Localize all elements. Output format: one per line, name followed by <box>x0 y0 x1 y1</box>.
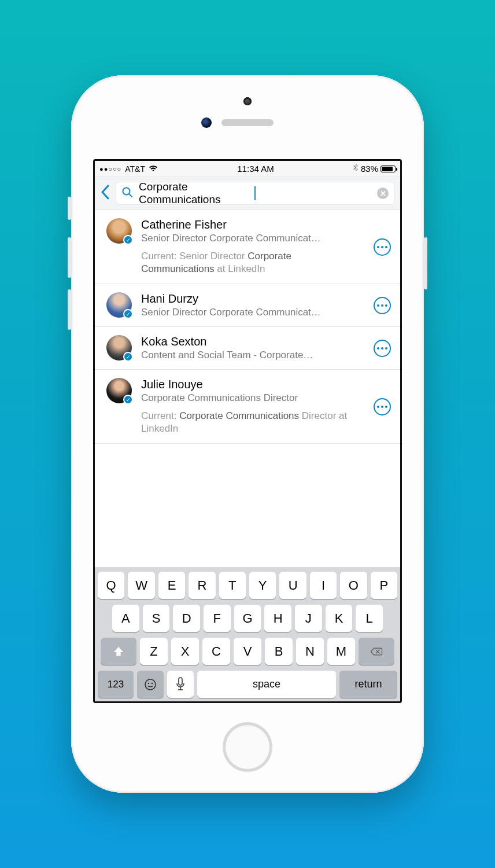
result-row[interactable]: ✓ Koka Sexton Content and Social Team - … <box>95 327 400 370</box>
svg-point-3 <box>148 682 150 684</box>
proximity-sensor <box>201 117 212 128</box>
verified-badge-icon: ✓ <box>123 309 133 319</box>
key-l[interactable]: L <box>356 605 383 632</box>
result-title: Content and Social Team - Corporate… <box>141 350 365 361</box>
key-k[interactable]: K <box>326 605 353 632</box>
key-n[interactable]: N <box>296 638 324 665</box>
key-backspace[interactable] <box>359 638 394 665</box>
search-input[interactable]: Corporate Communications <box>139 181 249 206</box>
key-z[interactable]: Z <box>140 638 168 665</box>
bluetooth-icon <box>353 164 359 174</box>
key-e[interactable]: E <box>158 572 185 599</box>
result-name: Julie Inouye <box>141 378 365 391</box>
key-j[interactable]: J <box>295 605 322 632</box>
key-space[interactable]: space <box>197 671 336 698</box>
avatar[interactable]: ✓ <box>106 292 132 318</box>
wifi-icon <box>149 164 158 174</box>
result-title: Corporate Communications Director <box>141 392 365 404</box>
verified-badge-icon: ✓ <box>123 395 133 404</box>
keyboard-row-1: Q W E R T Y U I O P <box>98 572 397 599</box>
key-a[interactable]: A <box>112 605 139 632</box>
result-title: Senior Director Corporate Communicat… <box>141 307 365 318</box>
key-return[interactable]: return <box>339 671 397 698</box>
search-box[interactable]: Corporate Communications ✕ <box>116 182 394 205</box>
key-p[interactable]: P <box>371 572 397 599</box>
key-i[interactable]: I <box>310 572 337 599</box>
verified-badge-icon: ✓ <box>123 235 133 245</box>
key-d[interactable]: D <box>173 605 200 632</box>
key-x[interactable]: X <box>171 638 199 665</box>
result-name: Koka Sexton <box>141 335 365 348</box>
key-o[interactable]: O <box>340 572 367 599</box>
result-row[interactable]: ✓ Hani Durzy Senior Director Corporate C… <box>95 284 400 327</box>
signal-strength-icon: ●●○○○ <box>99 165 121 172</box>
key-f[interactable]: F <box>204 605 231 632</box>
search-icon <box>121 186 133 200</box>
svg-rect-5 <box>179 678 182 685</box>
svg-line-1 <box>129 194 132 197</box>
key-numbers[interactable]: 123 <box>98 671 134 698</box>
keyboard: Q W E R T Y U I O P A S D F G H J K L <box>95 567 400 701</box>
home-button[interactable] <box>223 722 272 772</box>
avatar[interactable]: ✓ <box>106 335 132 361</box>
screen: ●●○○○ AT&T 11:34 AM 83% Corporate Commun… <box>93 159 402 703</box>
svg-point-4 <box>152 682 153 684</box>
key-v[interactable]: V <box>234 638 261 665</box>
clear-search-button[interactable]: ✕ <box>377 187 389 199</box>
search-results[interactable]: ✓ Catherine Fisher Senior Director Corpo… <box>95 210 400 567</box>
key-shift[interactable] <box>101 638 136 665</box>
search-header: Corporate Communications ✕ <box>95 177 400 210</box>
keyboard-row-4: 123 space return <box>98 671 397 698</box>
key-m[interactable]: M <box>327 638 355 665</box>
more-options-button[interactable] <box>374 398 391 415</box>
result-row[interactable]: ✓ Julie Inouye Corporate Communications … <box>95 370 400 444</box>
key-w[interactable]: W <box>128 572 154 599</box>
result-name: Catherine Fisher <box>141 218 365 231</box>
key-h[interactable]: H <box>264 605 291 632</box>
key-dictation[interactable] <box>167 671 194 698</box>
svg-point-2 <box>145 679 156 690</box>
battery-percent: 83% <box>361 164 378 174</box>
back-button[interactable] <box>101 185 110 203</box>
carrier-label: AT&T <box>125 164 145 174</box>
result-name: Hani Durzy <box>141 292 365 306</box>
clock: 11:34 AM <box>158 164 353 174</box>
key-emoji[interactable] <box>137 671 164 698</box>
avatar[interactable]: ✓ <box>106 218 132 244</box>
result-current: Current: Senior Director Corporate Commu… <box>141 250 365 275</box>
text-cursor <box>254 186 256 200</box>
key-r[interactable]: R <box>189 572 215 599</box>
key-g[interactable]: G <box>234 605 261 632</box>
front-camera <box>243 97 252 105</box>
keyboard-row-2: A S D F G H J K L <box>98 605 397 632</box>
result-row[interactable]: ✓ Catherine Fisher Senior Director Corpo… <box>95 210 400 284</box>
key-q[interactable]: Q <box>98 572 124 599</box>
result-title: Senior Director Corporate Communicat… <box>141 233 365 244</box>
earpiece-speaker <box>221 119 274 126</box>
result-current: Current: Corporate Communications Direct… <box>141 410 365 435</box>
verified-badge-icon: ✓ <box>123 352 133 362</box>
key-u[interactable]: U <box>279 572 306 599</box>
more-options-button[interactable] <box>374 340 391 357</box>
status-bar: ●●○○○ AT&T 11:34 AM 83% <box>95 161 400 177</box>
phone-frame: ●●○○○ AT&T 11:34 AM 83% Corporate Commun… <box>71 75 424 793</box>
key-y[interactable]: Y <box>249 572 276 599</box>
avatar[interactable]: ✓ <box>106 378 132 403</box>
more-options-button[interactable] <box>374 297 391 314</box>
key-c[interactable]: C <box>202 638 230 665</box>
key-t[interactable]: T <box>219 572 246 599</box>
keyboard-row-3: Z X C V B N M <box>98 638 397 665</box>
key-s[interactable]: S <box>143 605 170 632</box>
battery-icon <box>381 165 396 172</box>
key-b[interactable]: B <box>265 638 293 665</box>
more-options-button[interactable] <box>374 238 391 256</box>
